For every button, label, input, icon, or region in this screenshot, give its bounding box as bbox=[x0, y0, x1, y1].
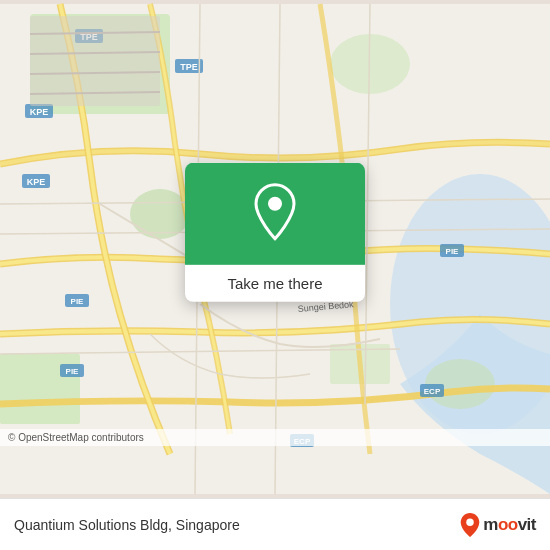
location-pin-icon bbox=[250, 183, 300, 241]
location-name: Quantium Solutions Bldg, Singapore bbox=[14, 517, 240, 533]
map-attribution: © OpenStreetMap contributors bbox=[0, 429, 550, 446]
moovit-logo: moovit bbox=[459, 512, 536, 538]
moovit-text-label: moovit bbox=[483, 515, 536, 535]
svg-text:KPE: KPE bbox=[30, 107, 49, 117]
popup-icon-area bbox=[185, 163, 365, 265]
svg-point-39 bbox=[467, 518, 474, 525]
popup-card: Take me there bbox=[185, 163, 365, 302]
bottom-bar: Quantium Solutions Bldg, Singapore moovi… bbox=[0, 498, 550, 550]
svg-text:PIE: PIE bbox=[446, 247, 460, 256]
svg-text:PIE: PIE bbox=[71, 297, 85, 306]
svg-text:PIE: PIE bbox=[66, 367, 80, 376]
svg-text:TPE: TPE bbox=[180, 62, 198, 72]
map-container: TPE TPE KPE KPE PIE PIE PIE ECP ECP Sung… bbox=[0, 0, 550, 498]
take-me-there-button[interactable]: Take me there bbox=[185, 265, 365, 302]
svg-text:ECP: ECP bbox=[424, 387, 441, 396]
app: TPE TPE KPE KPE PIE PIE PIE ECP ECP Sung… bbox=[0, 0, 550, 550]
moovit-pin-icon bbox=[459, 512, 481, 538]
svg-text:KPE: KPE bbox=[27, 177, 46, 187]
svg-point-38 bbox=[268, 197, 282, 211]
